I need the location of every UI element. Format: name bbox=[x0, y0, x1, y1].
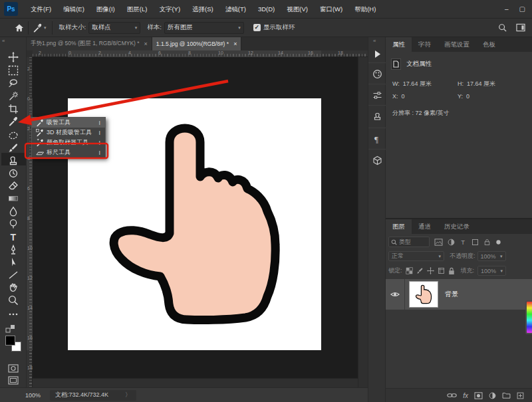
menu-item-文字[interactable]: 文字(Y) bbox=[153, 0, 186, 19]
tab-字符[interactable]: 字符 bbox=[412, 37, 438, 52]
home-icon[interactable] bbox=[15, 23, 24, 33]
filter-toggle-icon[interactable] bbox=[495, 239, 501, 245]
pen-tool[interactable] bbox=[8, 245, 19, 255]
zoom-level[interactable]: 100% bbox=[25, 392, 41, 399]
document-canvas[interactable] bbox=[68, 98, 321, 350]
tab-图层[interactable]: 图层 bbox=[386, 219, 412, 234]
new-group-icon[interactable] bbox=[502, 392, 511, 399]
tab-通道[interactable]: 通道 bbox=[412, 219, 438, 234]
menu-item-图层[interactable]: 图层(L) bbox=[121, 0, 154, 19]
adjustments-panel-icon[interactable] bbox=[372, 90, 382, 100]
foreground-color[interactable] bbox=[5, 336, 15, 346]
menu-item-视图[interactable]: 视图(V) bbox=[281, 0, 314, 19]
workspace-icon[interactable] bbox=[516, 23, 525, 32]
panel-collapse-icon[interactable]: ‹‹ bbox=[373, 38, 375, 44]
document-tab[interactable]: 1.1.5.jpg @ 100%(RGB/8#) *× bbox=[152, 37, 242, 50]
photoshop-logo[interactable]: Ps bbox=[4, 2, 18, 16]
zoom-tool[interactable] bbox=[8, 295, 19, 306]
filter-pixel-icon[interactable] bbox=[434, 239, 443, 246]
color-slider-strip[interactable] bbox=[525, 300, 532, 334]
fill-value[interactable]: 100%▾ bbox=[477, 266, 506, 276]
swap-colors-icon[interactable] bbox=[5, 324, 17, 334]
tab-画笔设置[interactable]: 画笔设置 bbox=[438, 37, 476, 52]
link-layers-icon[interactable] bbox=[447, 392, 457, 399]
more-tool[interactable] bbox=[8, 309, 19, 320]
lock-pixels-icon[interactable] bbox=[416, 267, 424, 274]
healing-tool[interactable] bbox=[8, 130, 19, 141]
filter-shape-icon[interactable] bbox=[471, 239, 479, 246]
minimize-button[interactable]: – bbox=[505, 5, 509, 13]
eyedropper-tool-icon[interactable] bbox=[33, 23, 42, 33]
filter-type-icon[interactable]: T bbox=[460, 239, 467, 246]
crop-tool[interactable] bbox=[8, 104, 19, 114]
tab-历史记录[interactable]: 历史记录 bbox=[438, 219, 476, 234]
history-brush-tool[interactable] bbox=[8, 168, 19, 179]
screen-mode-icon[interactable] bbox=[8, 376, 19, 385]
gradient-tool[interactable] bbox=[8, 193, 19, 204]
filter-smart-object-icon[interactable] bbox=[483, 239, 491, 246]
sample-size-dropdown[interactable]: 取样点▾ bbox=[88, 22, 140, 34]
layer-visibility-icon[interactable] bbox=[390, 291, 400, 298]
tab-色板[interactable]: 色板 bbox=[476, 37, 502, 52]
flyout-item-标尺工具[interactable]: 标尺工具I bbox=[32, 148, 105, 157]
eraser-tool[interactable] bbox=[8, 181, 19, 191]
blend-mode-dropdown[interactable]: 正常▾ bbox=[388, 251, 444, 261]
show-ring-checkbox[interactable]: ✓ bbox=[253, 24, 261, 31]
move-tool[interactable] bbox=[8, 52, 19, 62]
lock-all-icon[interactable] bbox=[448, 267, 455, 275]
tab-close-icon[interactable]: × bbox=[144, 41, 148, 47]
lock-position-icon[interactable] bbox=[427, 267, 434, 274]
3d-panel-icon[interactable] bbox=[372, 155, 382, 165]
layer-thumbnail[interactable] bbox=[409, 281, 438, 308]
lock-artboard-icon[interactable] bbox=[438, 267, 445, 274]
brush-tool[interactable] bbox=[8, 143, 19, 153]
lock-transparent-icon[interactable] bbox=[406, 267, 413, 274]
flyout-item-吸管工具[interactable]: 吸管工具I bbox=[32, 118, 105, 128]
menu-item-编辑[interactable]: 编辑(E) bbox=[57, 0, 90, 19]
tool-preset-chevron[interactable]: ▾ bbox=[44, 25, 47, 31]
type-tool[interactable]: T bbox=[8, 232, 19, 243]
menu-item-选择[interactable]: 选择(S) bbox=[186, 0, 219, 19]
paragraph-panel-icon[interactable]: ¶ bbox=[372, 134, 382, 144]
flyout-item-3D 材质吸管工具[interactable]: 3D 材质吸管工具I bbox=[32, 128, 105, 138]
hand-tool[interactable] bbox=[8, 282, 19, 293]
menu-item-文件[interactable]: 文件(F) bbox=[25, 0, 57, 19]
magic-wand-tool[interactable] bbox=[8, 91, 19, 102]
document-size-info[interactable]: 文档:732.4K/732.4K 〉 bbox=[50, 390, 136, 401]
menu-item-窗口[interactable]: 窗口(W) bbox=[314, 0, 348, 19]
new-adjustment-icon[interactable] bbox=[489, 392, 496, 399]
menu-item-图像[interactable]: 图像(I) bbox=[90, 0, 121, 19]
color-panel-icon[interactable] bbox=[372, 69, 382, 79]
blur-tool[interactable] bbox=[8, 206, 19, 217]
line-tool[interactable] bbox=[8, 270, 19, 280]
dodge-tool[interactable] bbox=[8, 219, 19, 229]
layer-name[interactable]: 背景 bbox=[445, 290, 458, 299]
horizontal-scrollbar[interactable] bbox=[33, 378, 358, 387]
path-select-tool[interactable] bbox=[8, 257, 19, 268]
layer-filter-dropdown[interactable]: 类型 bbox=[388, 237, 430, 247]
search-icon[interactable] bbox=[498, 23, 507, 32]
menu-item-3D[interactable]: 3D(D) bbox=[252, 0, 281, 19]
layer-row-background[interactable]: 背景 bbox=[386, 279, 532, 310]
quick-mask-icon[interactable] bbox=[8, 364, 19, 373]
flyout-item-颜色取样器工具[interactable]: 颜色取样器工具I bbox=[32, 138, 105, 148]
eyedropper-tool[interactable] bbox=[8, 116, 19, 127]
maximize-button[interactable]: ▢ bbox=[519, 5, 525, 13]
lasso-tool[interactable] bbox=[8, 78, 19, 88]
clone-stamp-tool[interactable] bbox=[8, 155, 19, 166]
document-tab[interactable]: 手势1.png @ 50% (图层 1, RGB/8/CMYK) *× bbox=[27, 37, 152, 50]
tab-属性[interactable]: 属性 bbox=[386, 37, 412, 52]
layer-effects-icon[interactable]: fx bbox=[463, 392, 468, 399]
actions-panel-icon[interactable] bbox=[372, 49, 382, 59]
vertical-scrollbar[interactable] bbox=[358, 57, 368, 387]
opacity-value[interactable]: 100%▾ bbox=[477, 251, 506, 261]
toolbar-collapse-icon[interactable]: ‹‹ bbox=[2, 38, 4, 44]
marquee-tool[interactable] bbox=[8, 65, 19, 76]
libraries-panel-icon[interactable] bbox=[372, 112, 382, 122]
menu-item-帮助[interactable]: 帮助(H) bbox=[348, 0, 382, 19]
tab-close-icon[interactable]: × bbox=[233, 41, 237, 47]
filter-adjustment-icon[interactable] bbox=[448, 239, 455, 246]
add-mask-icon[interactable] bbox=[474, 392, 483, 399]
sample-dropdown[interactable]: 所有图层▾ bbox=[164, 22, 244, 34]
menu-item-滤镜[interactable]: 滤镜(T) bbox=[219, 0, 252, 19]
